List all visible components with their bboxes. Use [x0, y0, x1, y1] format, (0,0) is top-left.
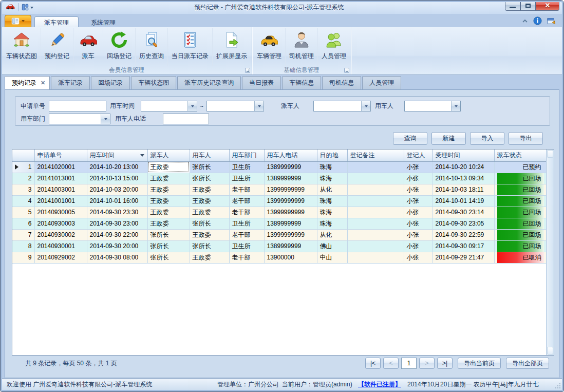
doc-tab-派车历史记录查询[interactable]: 派车历史记录查询 [177, 76, 241, 90]
status-cell[interactable]: 已回场 [494, 240, 547, 252]
cell[interactable]: 珠海 [317, 173, 347, 184]
close-button[interactable]: ✕ [536, 1, 559, 11]
cell[interactable]: 卫生所 [229, 218, 264, 229]
doc-tab-车辆状态图[interactable]: 车辆状态图 [131, 76, 176, 90]
cell[interactable]: 从化 [317, 229, 347, 240]
cell[interactable]: 小张 [404, 184, 433, 195]
cell[interactable]: 13999999999 [264, 184, 317, 195]
cell[interactable]: 王政委 [147, 195, 190, 207]
grid-row-8[interactable]: 8201409300012014-09-30 20:00张所长张所长卫生所138… [12, 240, 547, 252]
export-all-pages-button[interactable]: 导出全部页 [506, 358, 549, 369]
column-header-登记人[interactable]: 登记人 [404, 150, 433, 161]
cell[interactable]: 小张 [404, 207, 433, 218]
collapse-ribbon-icon[interactable] [522, 18, 528, 23]
ribbon-button-预约登记[interactable]: 预约登记 [41, 28, 73, 66]
cell[interactable]: 2014-10-01 16:00 [87, 195, 147, 207]
cell[interactable]: 小张 [404, 195, 433, 207]
ribbon-button-当日派车记录[interactable]: 当日派车记录 [168, 28, 213, 66]
cell[interactable]: 2014-10-20 10:24 [433, 161, 494, 173]
cell[interactable]: 小张 [404, 229, 433, 240]
cell[interactable]: 2014-10-13 09:34 [433, 173, 494, 184]
quick-access-toolbar[interactable] [22, 4, 33, 11]
cell[interactable]: 20140930001 [34, 240, 87, 252]
status-cell[interactable]: 已回场 [494, 229, 547, 240]
grid-row-1[interactable]: 1201410200012014-10-20 13:00王政委张所长卫生所138… [12, 161, 547, 173]
cell[interactable]: 1389999999 [264, 218, 317, 229]
export-current-page-button[interactable]: 导出当前页 [458, 358, 501, 369]
cell[interactable]: 13900000 [264, 252, 317, 263]
column-header-用车人电话[interactable]: 用车人电话 [264, 150, 317, 161]
column-header-用车部门[interactable]: 用车部门 [229, 150, 264, 161]
cell[interactable]: 珠海 [317, 218, 347, 229]
cell[interactable]: 中山 [317, 252, 347, 263]
dispatcher-combo[interactable] [313, 101, 371, 111]
ribbon-button-车辆状态图[interactable]: 车辆状态图 [3, 28, 41, 66]
cell[interactable]: 张所长 [147, 252, 190, 263]
cell[interactable]: 2014-09-30 23:30 [87, 207, 147, 218]
cell[interactable]: 1389999999 [264, 240, 317, 252]
cell[interactable]: 20140930002 [34, 229, 87, 240]
ribbon-button-车辆管理[interactable]: 车辆管理 [253, 28, 286, 66]
cell[interactable]: 王政委 [147, 218, 190, 229]
cell[interactable]: 13999999999 [264, 229, 317, 240]
cell[interactable]: 王政委 [190, 252, 229, 263]
cell[interactable]: 老干部 [229, 207, 264, 218]
cell[interactable]: 珠海 [317, 207, 347, 218]
cell[interactable]: 1389999999 [264, 173, 317, 184]
cell[interactable]: 2014-10-03 20:00 [87, 184, 147, 195]
cell[interactable]: 1389999999 [264, 161, 317, 173]
ribbon-button-司机管理[interactable]: 司机管理 [286, 28, 318, 66]
cell[interactable] [347, 161, 404, 173]
cell[interactable]: 珠海 [317, 161, 347, 173]
restore-button[interactable] [520, 1, 536, 11]
next-page-button[interactable]: > [419, 358, 435, 369]
dept-combo[interactable] [49, 114, 110, 124]
export-button[interactable]: 导出 [509, 132, 543, 145]
import-button[interactable]: 导入 [470, 132, 504, 145]
create-button[interactable]: 新建 [431, 132, 466, 145]
vertical-scrollbar[interactable] [546, 150, 554, 355]
cell[interactable]: 20141020001 [34, 161, 87, 173]
use-time-from-combo[interactable] [141, 101, 197, 111]
cell[interactable] [347, 218, 404, 229]
cell[interactable]: 王政委 [190, 207, 229, 218]
doc-tab-派车记录[interactable]: 派车记录 [51, 76, 90, 90]
cell[interactable]: 2014-10-13 15:00 [87, 173, 147, 184]
cell[interactable]: 王政委 [190, 184, 229, 195]
cell[interactable]: 小张 [404, 252, 433, 263]
dialog-launcher-icon[interactable] [245, 68, 250, 73]
grid-row-5[interactable]: 5201409300052014-09-30 23:30王政委王政委老干部139… [12, 207, 547, 218]
close-tab-icon[interactable]: ✕ [41, 80, 45, 86]
cell[interactable] [347, 252, 404, 263]
status-cell[interactable]: 已回场 [494, 218, 547, 229]
cell[interactable]: 20141003001 [34, 184, 87, 195]
phone-input[interactable] [163, 114, 209, 124]
cell[interactable]: 2014-09-30 08:00 [87, 252, 147, 263]
cell[interactable]: 2014-09-30 23:05 [433, 218, 494, 229]
cell[interactable] [347, 207, 404, 218]
application-menu-button[interactable] [5, 15, 31, 27]
cell[interactable]: 卫生所 [229, 240, 264, 252]
cell[interactable]: 2014-09-30 22:59 [433, 229, 494, 240]
cell[interactable]: 小张 [404, 240, 433, 252]
sort-dropdown-icon[interactable] [140, 154, 144, 157]
first-page-button[interactable]: |< [365, 358, 381, 369]
grid-row-2[interactable]: 2201410130012014-10-13 15:00王政委张所长卫生所138… [12, 173, 547, 184]
last-page-button[interactable]: >| [437, 358, 453, 369]
ribbon-button-回场登记[interactable]: 回场登记 [103, 28, 136, 66]
cell[interactable]: 王政委 [147, 173, 190, 184]
cell[interactable]: 20140930003 [34, 218, 87, 229]
doc-tab-预约记录[interactable]: 预约记录✕ [5, 76, 50, 90]
cell[interactable]: 2014-09-30 09:17 [433, 240, 494, 252]
cell[interactable] [347, 195, 404, 207]
doc-tab-人员管理[interactable]: 人员管理 [362, 76, 401, 90]
cell[interactable]: 张所长 [190, 161, 229, 173]
cell[interactable]: 2014-10-03 18:11 [433, 184, 494, 195]
column-header-受理时间[interactable]: 受理时间 [433, 150, 494, 161]
status-cell[interactable]: 已预约 [494, 161, 547, 173]
status-cell[interactable]: 已回场 [494, 195, 547, 207]
cell[interactable]: 佛山 [317, 240, 347, 252]
cell[interactable]: 老干部 [229, 252, 264, 263]
dialog-launcher-icon[interactable] [344, 68, 349, 73]
cell[interactable]: 小张 [404, 161, 433, 173]
